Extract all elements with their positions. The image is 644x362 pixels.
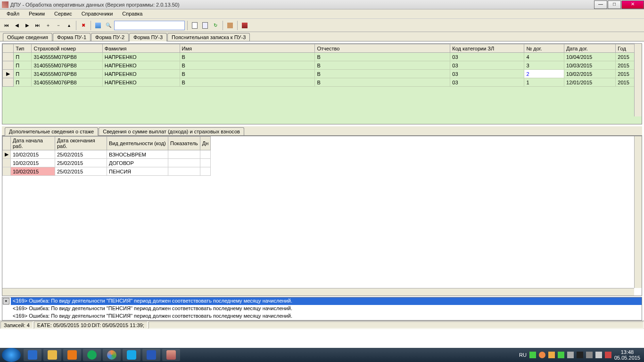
doc2-button[interactable] bbox=[200, 21, 210, 30]
table-cell[interactable]: В bbox=[180, 78, 315, 87]
table-cell[interactable]: НАПРЕЕНКО bbox=[102, 61, 180, 70]
table-cell[interactable]: В bbox=[180, 70, 315, 78]
tray-net-icon[interactable] bbox=[595, 352, 602, 358]
table-cell[interactable]: 3140555M076PB8 bbox=[32, 70, 102, 78]
tray-power-icon[interactable] bbox=[586, 352, 593, 358]
table-cell[interactable]: 2 bbox=[524, 70, 564, 78]
first-record-button[interactable]: ⏮ bbox=[2, 21, 11, 30]
refresh-button[interactable]: ↻ bbox=[211, 21, 220, 30]
search-input[interactable] bbox=[114, 21, 185, 30]
table-cell[interactable] bbox=[168, 159, 200, 167]
last-record-button[interactable]: ⏭ bbox=[33, 21, 42, 30]
table-cell[interactable]: 03 bbox=[450, 61, 524, 70]
prev-record-button[interactable]: ◀ bbox=[12, 21, 22, 30]
table-cell[interactable]: 3 bbox=[524, 61, 564, 70]
filter-button[interactable] bbox=[93, 21, 103, 30]
tab-note[interactable]: Пояснительная записка к ПУ-3 bbox=[167, 33, 250, 41]
task-dpu[interactable] bbox=[162, 349, 180, 361]
table-cell[interactable]: НАПРЕЕНКО bbox=[102, 53, 180, 61]
error-close-button[interactable]: ✕ bbox=[3, 298, 9, 304]
tray-lang[interactable]: RU bbox=[519, 352, 527, 358]
menu-mode[interactable]: Режим bbox=[24, 9, 50, 18]
start-button[interactable] bbox=[2, 348, 21, 362]
table-cell[interactable]: ВЗНОСЫВРЕМ bbox=[107, 150, 168, 159]
tray-clock[interactable]: 13:48 05.05.2015 bbox=[614, 349, 640, 361]
table-cell[interactable]: В bbox=[315, 61, 450, 70]
menu-reference[interactable]: Справочники bbox=[77, 9, 118, 18]
table-cell[interactable]: 25/02/2015 bbox=[55, 159, 107, 167]
menu-file[interactable]: Файл bbox=[2, 9, 24, 18]
tool1-button[interactable] bbox=[225, 21, 235, 30]
error-row[interactable]: <169> Ошибка: По виду деятельности ''ПЕН… bbox=[11, 297, 642, 305]
table-cell[interactable]: П bbox=[14, 78, 32, 87]
maximize-button[interactable]: □ bbox=[608, 0, 621, 9]
task-skype[interactable] bbox=[123, 349, 140, 361]
error-row[interactable]: <169> Ошибка: По виду деятельности ''ПЕН… bbox=[11, 313, 642, 320]
add-button[interactable]: ＋ bbox=[43, 21, 53, 30]
table-cell[interactable]: 4 bbox=[524, 53, 564, 61]
table-cell[interactable]: 25/02/2015 bbox=[55, 150, 107, 159]
table-cell[interactable]: 25/02/2015 bbox=[55, 167, 107, 176]
menu-service[interactable]: Сервис bbox=[50, 9, 77, 18]
search-button[interactable]: 🔍 bbox=[104, 21, 113, 30]
table-cell[interactable]: 03 bbox=[450, 70, 524, 78]
tray-icon4[interactable] bbox=[558, 352, 564, 358]
close-button[interactable]: ✕ bbox=[621, 0, 644, 9]
doc1-button[interactable] bbox=[190, 21, 199, 30]
table-cell[interactable]: П bbox=[14, 70, 32, 78]
tab-pu1[interactable]: Форма ПУ-1 bbox=[53, 33, 91, 41]
next-record-button[interactable]: ▶ bbox=[23, 21, 32, 30]
remove-button[interactable]: － bbox=[54, 21, 63, 30]
table-cell[interactable]: В bbox=[180, 61, 315, 70]
table-cell[interactable]: ДОГОВОР bbox=[107, 159, 168, 167]
table-cell[interactable]: 03 bbox=[450, 53, 524, 61]
tab-summa[interactable]: Сведения о сумме выплат (дохода) и страх… bbox=[99, 127, 244, 135]
tray-vol-icon[interactable] bbox=[605, 352, 611, 358]
table-cell[interactable]: 10/04/2015 bbox=[564, 53, 616, 61]
table-cell[interactable]: 10/02/2015 bbox=[11, 159, 55, 167]
task-word[interactable] bbox=[142, 349, 160, 361]
task-explorer[interactable] bbox=[43, 349, 61, 361]
tab-general[interactable]: Общие сведения bbox=[3, 33, 52, 41]
table-cell[interactable]: 10/03/2015 bbox=[564, 61, 616, 70]
task-ie[interactable] bbox=[24, 349, 41, 361]
task-wmp[interactable] bbox=[63, 349, 81, 361]
tray-icon1[interactable] bbox=[529, 352, 536, 358]
tab-pu3[interactable]: Форма ПУ-3 bbox=[129, 33, 167, 41]
tab-stazh[interactable]: Дополнительные сведения о стаже bbox=[5, 127, 98, 136]
tray-icon3[interactable] bbox=[548, 352, 555, 358]
table-cell[interactable]: 3140555M076PB8 bbox=[32, 53, 102, 61]
edit-button[interactable]: ▴ bbox=[64, 21, 74, 30]
table-cell[interactable] bbox=[200, 167, 211, 176]
table-cell[interactable] bbox=[200, 159, 211, 167]
grid2-hscroll[interactable] bbox=[2, 288, 634, 296]
table-cell[interactable]: 10/02/2015 bbox=[11, 167, 55, 176]
minimize-button[interactable]: — bbox=[594, 0, 607, 9]
tray-flag-icon[interactable] bbox=[577, 352, 583, 358]
table-cell[interactable]: В bbox=[315, 78, 450, 87]
table-cell[interactable]: 3140555M076PB8 bbox=[32, 78, 102, 87]
table-cell[interactable]: В bbox=[315, 53, 450, 61]
table-cell[interactable] bbox=[168, 167, 200, 176]
sub-grid[interactable]: Дата начала раб.Дата окончания раб.Вид д… bbox=[2, 136, 211, 176]
table-cell[interactable]: П bbox=[14, 53, 32, 61]
table-cell[interactable]: 12/01/2015 bbox=[564, 78, 616, 87]
error-row[interactable]: <169> Ошибка: По виду деятельности ''ПЕН… bbox=[11, 305, 642, 313]
table-cell[interactable]: ПЕНСИЯ bbox=[107, 167, 168, 176]
table-cell[interactable] bbox=[200, 150, 211, 159]
tab-pu2[interactable]: Форма ПУ-2 bbox=[91, 33, 129, 41]
task-mail[interactable] bbox=[83, 349, 101, 361]
menu-help[interactable]: Справка bbox=[117, 9, 147, 18]
tray-icon5[interactable] bbox=[567, 352, 574, 358]
table-cell[interactable]: 1 bbox=[524, 78, 564, 87]
tray-icon2[interactable] bbox=[539, 352, 545, 358]
table-cell[interactable]: В bbox=[180, 53, 315, 61]
table-cell[interactable]: 10/02/2015 bbox=[11, 150, 55, 159]
table-cell[interactable]: 10/02/2015 bbox=[564, 70, 616, 78]
grid2-vscroll[interactable] bbox=[634, 136, 642, 288]
grid1-vscroll[interactable] bbox=[634, 44, 642, 116]
main-grid[interactable]: ТипСтраховой номерФамилияИмяОтчествоКод … bbox=[2, 44, 642, 124]
table-cell[interactable]: НАПРЕЕНКО bbox=[102, 78, 180, 87]
task-chrome[interactable] bbox=[103, 349, 121, 361]
delete-button[interactable]: ✖ bbox=[79, 21, 88, 30]
